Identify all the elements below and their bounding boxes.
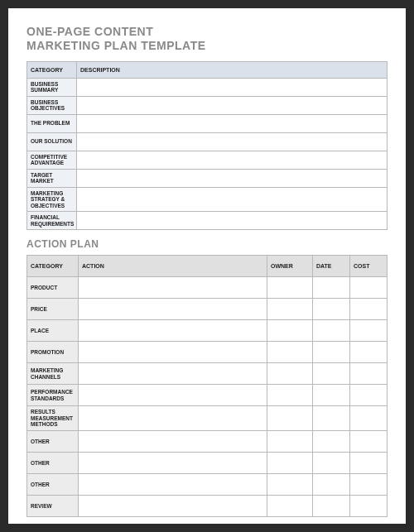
row-owner[interactable] — [267, 363, 313, 385]
table-row: PLACE — [27, 320, 388, 342]
row-owner[interactable] — [267, 277, 313, 299]
row-action[interactable] — [79, 299, 267, 320]
row-owner[interactable] — [267, 496, 313, 517]
table-row: FINANCIAL REQUIREMENTS — [27, 212, 388, 230]
row-owner[interactable] — [267, 431, 313, 453]
header-description: DESCRIPTION — [77, 61, 388, 78]
row-description[interactable] — [77, 187, 388, 211]
row-date[interactable] — [313, 496, 350, 517]
table-row: BUSINESS OBJECTIVES — [27, 96, 388, 114]
header-cost: COST — [350, 256, 388, 277]
table-header-row: CATEGORY DESCRIPTION — [27, 61, 388, 78]
header-category: CATEGORY — [27, 61, 77, 78]
row-date[interactable] — [313, 320, 350, 342]
row-date[interactable] — [313, 406, 350, 431]
title-line-2: MARKETING PLAN TEMPLATE — [26, 39, 388, 53]
row-action[interactable] — [79, 431, 267, 453]
row-description[interactable] — [77, 151, 388, 169]
row-owner[interactable] — [267, 406, 313, 431]
row-category: PRICE — [27, 299, 79, 320]
row-category: PROMOTION — [27, 342, 79, 363]
overview-table: CATEGORY DESCRIPTION BUSINESS SUMMARY BU… — [26, 61, 388, 230]
row-category: PLACE — [27, 320, 79, 342]
row-category: PRODUCT — [27, 277, 79, 299]
row-action[interactable] — [79, 277, 267, 299]
row-cost[interactable] — [350, 320, 388, 342]
row-action[interactable] — [79, 363, 267, 385]
row-category: RESULTS MEASUREMENT METHODS — [27, 406, 79, 431]
header-action: ACTION — [79, 256, 267, 277]
table-row: PROMOTION — [27, 342, 388, 363]
row-date[interactable] — [313, 277, 350, 299]
row-date[interactable] — [313, 299, 350, 320]
row-cost[interactable] — [350, 431, 388, 453]
title-line-1: ONE-PAGE CONTENT — [26, 25, 388, 39]
row-cost[interactable] — [350, 385, 388, 406]
row-date[interactable] — [313, 342, 350, 363]
table-row: MARKETING CHANNELS — [27, 363, 388, 385]
row-category: REVIEW — [27, 496, 79, 517]
row-cost[interactable] — [350, 299, 388, 320]
row-action[interactable] — [79, 453, 267, 474]
header-category: CATEGORY — [27, 256, 79, 277]
table-row: OTHER — [27, 474, 388, 496]
table-row: OTHER — [27, 453, 388, 474]
table-row: MARKETING STRATEGY & OBJECTIVES — [27, 187, 388, 211]
action-plan-table: CATEGORY ACTION OWNER DATE COST PRODUCT … — [26, 255, 388, 517]
row-owner[interactable] — [267, 342, 313, 363]
row-category: OUR SOLUTION — [27, 132, 77, 151]
table-row: OTHER — [27, 431, 388, 453]
row-category: COMPETITIVE ADVANTAGE — [27, 151, 77, 169]
row-category: MARKETING STRATEGY & OBJECTIVES — [27, 187, 77, 211]
table-row: OUR SOLUTION — [27, 132, 388, 151]
row-description[interactable] — [77, 114, 388, 132]
row-cost[interactable] — [350, 363, 388, 385]
row-date[interactable] — [313, 363, 350, 385]
page-title: ONE-PAGE CONTENT MARKETING PLAN TEMPLATE — [26, 25, 388, 53]
table-row: RESULTS MEASUREMENT METHODS — [27, 406, 388, 431]
row-category: TARGET MARKET — [27, 169, 77, 187]
row-cost[interactable] — [350, 453, 388, 474]
header-owner: OWNER — [267, 256, 313, 277]
action-plan-heading: ACTION PLAN — [26, 238, 388, 250]
table-row: PRODUCT — [27, 277, 388, 299]
row-date[interactable] — [313, 474, 350, 496]
row-category: OTHER — [27, 474, 79, 496]
row-action[interactable] — [79, 320, 267, 342]
row-cost[interactable] — [350, 406, 388, 431]
row-description[interactable] — [77, 132, 388, 151]
table-row: REVIEW — [27, 496, 388, 517]
row-date[interactable] — [313, 385, 350, 406]
row-cost[interactable] — [350, 496, 388, 517]
row-description[interactable] — [77, 78, 388, 96]
row-owner[interactable] — [267, 320, 313, 342]
row-date[interactable] — [313, 431, 350, 453]
row-action[interactable] — [79, 406, 267, 431]
row-category: FINANCIAL REQUIREMENTS — [27, 212, 77, 230]
table-row: PRICE — [27, 299, 388, 320]
row-action[interactable] — [79, 342, 267, 363]
row-description[interactable] — [77, 169, 388, 187]
row-category: BUSINESS SUMMARY — [27, 78, 77, 96]
table-row: PERFORMANCE STANDARDS — [27, 385, 388, 406]
table-row: COMPETITIVE ADVANTAGE — [27, 151, 388, 169]
row-owner[interactable] — [267, 474, 313, 496]
row-action[interactable] — [79, 474, 267, 496]
row-owner[interactable] — [267, 299, 313, 320]
row-cost[interactable] — [350, 277, 388, 299]
row-description[interactable] — [77, 212, 388, 230]
row-category: PERFORMANCE STANDARDS — [27, 385, 79, 406]
row-cost[interactable] — [350, 474, 388, 496]
document-frame: ONE-PAGE CONTENT MARKETING PLAN TEMPLATE… — [0, 0, 414, 532]
row-owner[interactable] — [267, 453, 313, 474]
row-date[interactable] — [313, 453, 350, 474]
row-owner[interactable] — [267, 385, 313, 406]
row-action[interactable] — [79, 385, 267, 406]
header-date: DATE — [313, 256, 350, 277]
row-action[interactable] — [79, 496, 267, 517]
table-row: BUSINESS SUMMARY — [27, 78, 388, 96]
row-category: THE PROBLEM — [27, 114, 77, 132]
row-description[interactable] — [77, 96, 388, 114]
row-category: BUSINESS OBJECTIVES — [27, 96, 77, 114]
row-cost[interactable] — [350, 342, 388, 363]
